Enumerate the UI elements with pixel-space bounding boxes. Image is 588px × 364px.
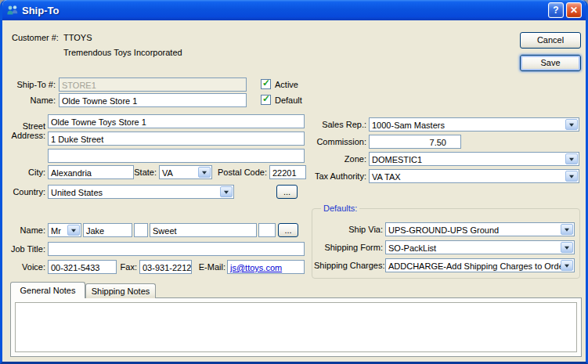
email-label: E-Mail: [193,262,225,272]
zone-select[interactable]: DOMESTIC1 [369,152,579,166]
job-title-field[interactable] [48,242,305,256]
shipping-charges-value: ADDCHARGE-Add Shipping Charges to Order [388,261,566,271]
ship-via-select[interactable]: UPS-GROUND-UPS Ground [385,222,575,236]
chevron-down-icon[interactable] [220,186,233,197]
country-value: United States [51,188,103,197]
contact-name-label: Name: [7,225,45,236]
close-button[interactable]: ✕ [566,2,582,18]
check-icon: ✓ [262,93,270,104]
customer-code: TTOYS [63,33,220,43]
notes-pane [10,297,582,357]
help-button[interactable]: ? [548,2,564,18]
shipping-form-value: SO-PackList [388,243,436,253]
defaults-group-label: Defaults: [321,204,359,214]
shipto-number-label: Ship-To #: [7,80,56,90]
commission-label: Commission: [302,137,366,147]
state-label: State: [134,168,157,178]
tab-general-notes[interactable]: General Notes [10,282,85,298]
city-label: City: [7,168,45,178]
help-icon: ? [553,5,558,16]
chevron-down-icon[interactable] [198,167,211,178]
city-field[interactable]: Alexandria [48,165,134,179]
close-icon: ✕ [570,5,578,16]
fax-label: Fax: [117,262,137,272]
shipping-form-label: Shipping Form: [314,243,383,253]
contact-lookup-button[interactable]: ... [278,223,298,237]
voice-label: Voice: [7,262,45,272]
chevron-down-icon[interactable] [561,242,573,253]
sales-rep-label: Sales Rep.: [302,120,366,130]
customer-number-label: Customer #: [12,33,67,43]
chevron-down-icon[interactable] [565,119,578,130]
country-select[interactable]: United States [48,185,234,199]
active-checkbox-label: Active [275,80,314,90]
chevron-down-icon[interactable] [561,260,573,271]
commission-field[interactable]: 7.50 [369,135,461,149]
default-checkbox-label: Default [275,96,314,106]
street-address-label: Street Address: [7,121,45,140]
zone-label: Zone: [302,154,366,164]
shipping-form-select[interactable]: SO-PackList [385,240,575,254]
address-line1-field[interactable]: Olde Towne Toys Store 1 [48,114,305,128]
titlebar[interactable]: Ship-To ? ✕ [2,0,586,20]
state-select[interactable]: VA [159,165,212,179]
state-value: VA [162,168,173,178]
country-lookup-button[interactable]: ... [276,185,298,199]
chevron-down-icon[interactable] [565,171,578,182]
active-checkbox[interactable]: ✓ [261,79,271,89]
contact-prefix-select[interactable]: Mr [48,223,81,237]
chevron-down-icon[interactable] [561,224,573,235]
address-line2-field[interactable]: 1 Duke Street [48,132,305,146]
shipto-number-field: STORE1 [59,77,247,92]
ship-via-value: UPS-GROUND-UPS Ground [388,225,499,235]
customer-name: Tremendous Toys Incorporated [63,48,283,58]
email-field[interactable]: js@ttoys.com [227,260,305,274]
contact-last-name-field[interactable]: Sweet [150,223,257,237]
ship-via-label: Ship Via: [314,225,383,235]
contact-middle-initial-field[interactable] [134,223,148,237]
zone-value: DOMESTIC1 [372,155,422,164]
voice-field[interactable]: 00-321-5433 [48,260,117,274]
sales-rep-select[interactable]: 1000-Sam Masters [369,117,579,132]
sales-rep-value: 1000-Sam Masters [372,121,445,130]
check-icon: ✓ [262,77,270,88]
address-line3-field[interactable] [48,149,305,163]
chevron-down-icon[interactable] [565,153,578,164]
country-label: Country: [7,187,45,197]
shipping-charges-label: Shipping Charges: [314,261,383,271]
postal-code-label: Postal Code: [212,168,267,178]
shipping-charges-select[interactable]: ADDCHARGE-Add Shipping Charges to Order [385,258,575,272]
tax-authority-select[interactable]: VA TAX [369,169,579,183]
contact-suffix-field[interactable] [258,223,276,237]
window-title: Ship-To [22,5,548,16]
shipto-window-icon [6,4,19,16]
general-notes-textarea[interactable] [15,302,577,352]
fax-field[interactable]: 03-931-2212 [139,260,192,274]
tax-authority-value: VA TAX [372,172,401,182]
email-link[interactable]: js@ttoys.com [230,263,282,272]
job-title-label: Job Title: [7,244,45,254]
cancel-button[interactable]: Cancel [520,32,581,49]
contact-first-name-field[interactable]: Jake [83,223,132,237]
postal-code-field[interactable]: 22201 [269,165,306,179]
default-checkbox[interactable]: ✓ [261,95,271,105]
shipto-dialog: Ship-To ? ✕ Customer #: TTOYS Tremendous… [0,0,588,364]
tab-shipping-notes[interactable]: Shipping Notes [85,283,156,298]
chevron-down-icon[interactable] [67,225,80,236]
shipto-name-label: Name: [7,96,56,106]
contact-prefix-value: Mr [51,226,61,236]
save-button[interactable]: Save [520,55,581,71]
tax-authority-label: Tax Authority: [302,171,366,182]
shipto-name-field[interactable]: Olde Towne Store 1 [59,93,247,107]
